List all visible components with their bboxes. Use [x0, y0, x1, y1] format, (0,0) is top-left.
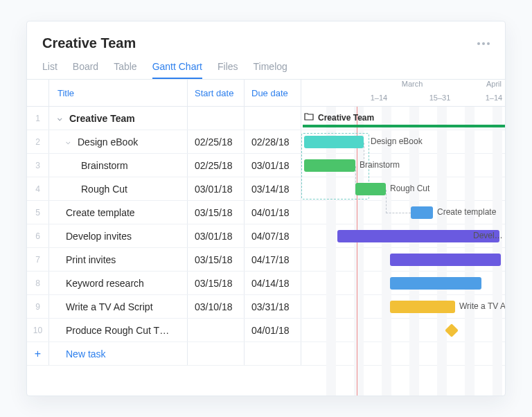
row-number: 4 [27, 177, 49, 200]
table-row: 10Produce Rough Cut T…04/01/18 [27, 319, 505, 342]
gantt-bar[interactable] [411, 206, 433, 219]
start-date[interactable]: 03/01/18 [188, 177, 245, 200]
gantt-bar[interactable] [390, 277, 481, 290]
tabs: ListBoardTableGantt ChartFilesTimelog [42, 61, 490, 79]
table-row: 3Brainstorm02/25/1803/01/18Brainstorm [27, 154, 505, 177]
start-date[interactable]: 03/01/18 [188, 224, 245, 247]
row-number: 9 [27, 295, 49, 318]
due-date[interactable]: 04/07/18 [245, 224, 301, 247]
timeline-cell: Brainstorm [301, 154, 505, 177]
task-title[interactable]: Create template [49, 201, 188, 224]
due-date[interactable]: 04/14/18 [245, 272, 301, 294]
range-label: 1–14 [351, 94, 407, 102]
task-title[interactable]: Rough Cut [49, 177, 188, 200]
row-number: 3 [27, 154, 49, 177]
plus-icon[interactable]: + [27, 342, 49, 365]
task-title[interactable]: Produce Rough Cut T… [49, 319, 188, 341]
start-date[interactable] [188, 107, 245, 130]
start-date[interactable]: 03/15/18 [188, 248, 245, 271]
start-date[interactable]: 03/15/18 [188, 201, 245, 224]
gantt-bar[interactable] [390, 254, 501, 266]
new-task-row[interactable]: +New task [27, 342, 505, 366]
due-date[interactable]: 04/01/18 [245, 319, 301, 341]
milestone-icon[interactable] [445, 323, 459, 337]
chevron-down-icon[interactable]: ⌵ [66, 137, 71, 146]
tab-files[interactable]: Files [218, 61, 238, 79]
tab-table[interactable]: Table [114, 61, 136, 79]
range-label: 15–31 [407, 94, 473, 102]
start-date[interactable]: 02/25/18 [188, 130, 245, 153]
range-label: 1–14 [473, 94, 506, 102]
tab-gantt-chart[interactable]: Gantt Chart [152, 61, 202, 79]
gantt-bar[interactable] [304, 159, 355, 172]
rownum-header [27, 80, 49, 106]
gantt-bar[interactable] [355, 183, 386, 195]
gantt-bar[interactable] [304, 136, 364, 148]
page-title: Creative Team [42, 35, 136, 51]
more-menu-icon[interactable] [477, 42, 490, 45]
col-title[interactable]: Title [49, 80, 188, 106]
due-date[interactable]: 03/31/18 [245, 295, 301, 318]
start-date[interactable]: 03/10/18 [188, 295, 245, 318]
table-row: 1⌵Creative TeamCreative Team [27, 107, 505, 130]
month-label: March [351, 80, 473, 88]
tab-list[interactable]: List [42, 61, 57, 79]
bar-label: Create template [437, 207, 496, 217]
timeline-cell [301, 319, 505, 341]
due-date[interactable]: 03/01/18 [245, 154, 301, 177]
task-title[interactable]: Brainstorm [49, 154, 188, 177]
table-row: 7Print invites03/15/1804/17/18 [27, 248, 505, 272]
start-date[interactable]: 03/15/18 [188, 272, 245, 294]
row-number: 7 [27, 248, 49, 271]
table-row: 4Rough Cut03/01/1803/14/18Rough Cut [27, 177, 505, 201]
table-row: 2⌵Design eBook02/25/1802/28/18Design eBo… [27, 130, 505, 154]
row-number: 8 [27, 272, 49, 294]
timeline-cell: Rough Cut [301, 177, 505, 200]
due-date[interactable]: 04/01/18 [245, 201, 301, 224]
task-title[interactable]: ⌵Design eBook [49, 130, 188, 153]
summary-bar[interactable] [303, 125, 505, 127]
timeline-header: MarchApril1–1415–311–14 [301, 80, 505, 106]
task-title[interactable]: Develop invites [49, 224, 188, 247]
timeline-cell: Create template [301, 201, 505, 224]
group-label[interactable]: Creative Team [304, 112, 374, 123]
tab-board[interactable]: Board [73, 61, 98, 79]
table-row: 8Keyword research03/15/1804/14/18 [27, 272, 505, 295]
bar-label: Write a TV Ad… [459, 301, 505, 311]
start-date[interactable] [188, 319, 245, 341]
gantt-bar[interactable] [390, 301, 455, 313]
timeline-cell: Design eBook [301, 130, 505, 153]
table-row: 9Write a TV Ad Script03/10/1803/31/18Wri… [27, 295, 505, 319]
timeline-cell [301, 248, 505, 271]
tab-timelog[interactable]: Timelog [254, 61, 287, 79]
chevron-down-icon[interactable]: ⌵ [57, 114, 62, 123]
folder-icon [304, 112, 314, 123]
row-number: 5 [27, 201, 49, 224]
task-title[interactable]: Write a TV Ad Script [49, 295, 188, 318]
timeline-cell [301, 272, 505, 294]
table-row: 5Create template03/15/1804/01/18Create t… [27, 201, 505, 224]
new-task-label[interactable]: New task [49, 342, 188, 365]
due-date[interactable]: 03/14/18 [245, 177, 301, 200]
col-start[interactable]: Start date [188, 80, 245, 106]
timeline-cell: Develop… [301, 224, 505, 247]
col-due[interactable]: Due date [245, 80, 301, 106]
due-date[interactable]: 04/17/18 [245, 248, 301, 271]
table-row: 6Develop invites03/01/1804/07/18Develop… [27, 224, 505, 248]
bar-label: Brainstorm [360, 160, 400, 170]
due-date[interactable] [245, 107, 301, 130]
task-title[interactable]: ⌵Creative Team [49, 107, 188, 130]
row-number: 2 [27, 130, 49, 153]
timeline-cell: Creative Team [301, 107, 505, 130]
row-number: 10 [27, 319, 49, 341]
month-label: April [473, 80, 506, 88]
bar-label: Develop… [473, 231, 505, 240]
header: Creative Team ListBoardTableGantt ChartF… [27, 21, 505, 79]
task-title[interactable]: Keyword research [49, 272, 188, 294]
due-date[interactable]: 02/28/18 [245, 130, 301, 153]
column-headers: Title Start date Due date MarchApril1–14… [27, 79, 505, 107]
task-title[interactable]: Print invites [49, 248, 188, 271]
bar-label: Design eBook [371, 136, 423, 146]
row-number: 1 [27, 107, 49, 130]
start-date[interactable]: 02/25/18 [188, 154, 245, 177]
